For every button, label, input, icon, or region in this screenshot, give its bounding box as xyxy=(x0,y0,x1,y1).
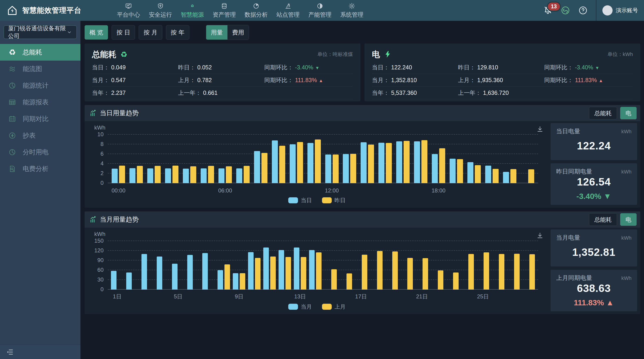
bar-昨日-04:00[interactable] xyxy=(190,166,196,183)
legend-item-上月[interactable]: 上月 xyxy=(322,303,346,310)
bar-当日-14:00[interactable] xyxy=(360,142,366,183)
bar-昨日-23:00[interactable] xyxy=(528,169,534,183)
view-tab-3[interactable]: 按 月 xyxy=(139,25,162,40)
nav-item-1[interactable]: 平台中心 xyxy=(116,0,142,21)
bar-昨日-17:00[interactable] xyxy=(422,140,428,183)
bar-昨日-01:00[interactable] xyxy=(137,166,143,183)
bar-昨日-00:00[interactable] xyxy=(119,166,125,183)
bar-当日-05:00[interactable] xyxy=(201,168,207,183)
bar-上月-13日[interactable] xyxy=(301,257,306,290)
view-tab-1[interactable]: 概 览 xyxy=(84,25,108,40)
sidebar-item-1[interactable]: ♻总能耗 xyxy=(0,44,80,61)
bar-当月-12日[interactable] xyxy=(278,250,284,290)
bar-昨日-02:00[interactable] xyxy=(155,166,161,183)
bar-当日-01:00[interactable] xyxy=(130,168,136,183)
sidebar-item-7[interactable]: 分时用电 xyxy=(0,144,80,161)
bar-当日-12:00[interactable] xyxy=(325,155,331,183)
bar-上月-24日[interactable] xyxy=(468,254,474,290)
view-tab-2[interactable]: 按 日 xyxy=(112,25,135,40)
bar-上月-21日[interactable] xyxy=(422,258,428,290)
bar-上月-11日[interactable] xyxy=(270,256,276,290)
bar-当日-16:00[interactable] xyxy=(396,141,402,183)
bar-昨日-18:00[interactable] xyxy=(439,148,445,183)
bar-昨日-11:00[interactable] xyxy=(315,140,321,183)
bar-昨日-14:00[interactable] xyxy=(368,145,374,183)
download-icon[interactable] xyxy=(536,125,544,133)
bar-上月-26日[interactable] xyxy=(499,254,504,290)
bar-昨日-10:00[interactable] xyxy=(297,142,303,183)
metric-tab-2[interactable]: 费用 xyxy=(228,25,249,40)
nav-item-3[interactable]: ♻智慧能源 xyxy=(180,0,205,21)
bar-当日-03:00[interactable] xyxy=(165,168,171,183)
bar-上月-12日[interactable] xyxy=(286,257,291,290)
bar-当日-21:00[interactable] xyxy=(485,166,491,183)
bar-当日-09:00[interactable] xyxy=(272,140,278,183)
bar-昨日-22:00[interactable] xyxy=(510,169,516,183)
bar-上月-18日[interactable] xyxy=(377,251,382,290)
bar-昨日-08:00[interactable] xyxy=(262,153,268,183)
bar-当日-15:00[interactable] xyxy=(378,143,384,183)
legend-item-当月[interactable]: 当月 xyxy=(288,303,312,310)
bar-当日-18:00[interactable] xyxy=(432,154,438,183)
bar-昨日-16:00[interactable] xyxy=(404,141,410,183)
nav-item-2[interactable]: 安全运行 xyxy=(148,0,173,21)
bar-当日-06:00[interactable] xyxy=(218,168,224,183)
bar-昨日-03:00[interactable] xyxy=(172,166,178,183)
bar-上月-14日[interactable] xyxy=(316,252,322,290)
sidebar-item-3[interactable]: 能源统计 xyxy=(0,77,80,94)
bar-昨日-05:00[interactable] xyxy=(208,166,214,183)
bar-上月-9日[interactable] xyxy=(240,273,245,290)
nav-item-8[interactable]: 系统管理 xyxy=(339,0,365,21)
section-button-1[interactable]: 总能耗 xyxy=(589,213,617,226)
help-icon[interactable] xyxy=(578,6,588,15)
section-button-2[interactable]: 电 xyxy=(620,107,636,119)
bar-上月-15日[interactable] xyxy=(331,269,337,290)
bar-当月-3日[interactable] xyxy=(142,254,147,290)
bar-昨日-13:00[interactable] xyxy=(350,154,356,183)
bar-当日-02:00[interactable] xyxy=(147,168,153,183)
bar-当日-11:00[interactable] xyxy=(308,143,314,183)
bar-当日-19:00[interactable] xyxy=(450,159,456,183)
bar-当月-10日[interactable] xyxy=(248,252,254,290)
bar-昨日-06:00[interactable] xyxy=(226,166,232,183)
nav-item-5[interactable]: 数据分析 xyxy=(243,0,269,21)
bar-上月-10日[interactable] xyxy=(255,258,260,290)
notifications-button[interactable]: 13 xyxy=(543,5,552,16)
nav-item-6[interactable]: 站点管理 xyxy=(275,0,301,21)
bar-上月-8日[interactable] xyxy=(224,264,230,290)
bar-昨日-09:00[interactable] xyxy=(279,146,285,183)
bar-上月-27日[interactable] xyxy=(514,254,520,290)
view-tab-4[interactable]: 按 年 xyxy=(166,25,189,40)
section-button-1[interactable]: 总能耗 xyxy=(589,107,617,119)
bar-昨日-12:00[interactable] xyxy=(333,155,339,183)
bar-上月-17日[interactable] xyxy=(362,255,367,290)
bar-当月-8日[interactable] xyxy=(218,270,223,290)
bar-上月-20日[interactable] xyxy=(407,258,413,290)
download-icon[interactable] xyxy=(536,232,544,239)
legend-item-昨日[interactable]: 昨日 xyxy=(322,197,346,204)
bar-当月-5日[interactable] xyxy=(172,264,178,290)
bar-当日-08:00[interactable] xyxy=(254,151,260,183)
bar-昨日-21:00[interactable] xyxy=(492,169,498,183)
bar-当月-11日[interactable] xyxy=(263,247,269,290)
nav-item-7[interactable]: 产能管理 xyxy=(307,0,333,21)
metric-tab-1[interactable]: 用量 xyxy=(206,25,228,40)
bar-上月-25日[interactable] xyxy=(484,252,489,290)
bar-当日-20:00[interactable] xyxy=(468,162,474,183)
bar-上月-16日[interactable] xyxy=(346,273,352,290)
bar-上月-19日[interactable] xyxy=(392,251,398,290)
bar-当月-13日[interactable] xyxy=(294,247,299,290)
avatar[interactable] xyxy=(602,5,612,16)
company-select[interactable]: 厦门锐谷通信设备有限公司 xyxy=(4,26,77,39)
bar-当月-1日[interactable] xyxy=(111,271,116,290)
bar-当日-00:00[interactable] xyxy=(112,169,118,183)
sidebar-item-4[interactable]: 能源报表 xyxy=(0,94,80,111)
bar-昨日-20:00[interactable] xyxy=(475,165,481,183)
bar-上月-22日[interactable] xyxy=(438,270,443,290)
link-icon[interactable] xyxy=(561,6,570,15)
menu-fold-icon[interactable] xyxy=(6,348,14,356)
sidebar-item-2[interactable]: 能流图 xyxy=(0,61,80,77)
nav-item-4[interactable]: 资产管理 xyxy=(211,0,237,21)
sidebar-item-5[interactable]: 同期对比 xyxy=(0,111,80,127)
bar-当日-22:00[interactable] xyxy=(503,172,509,183)
